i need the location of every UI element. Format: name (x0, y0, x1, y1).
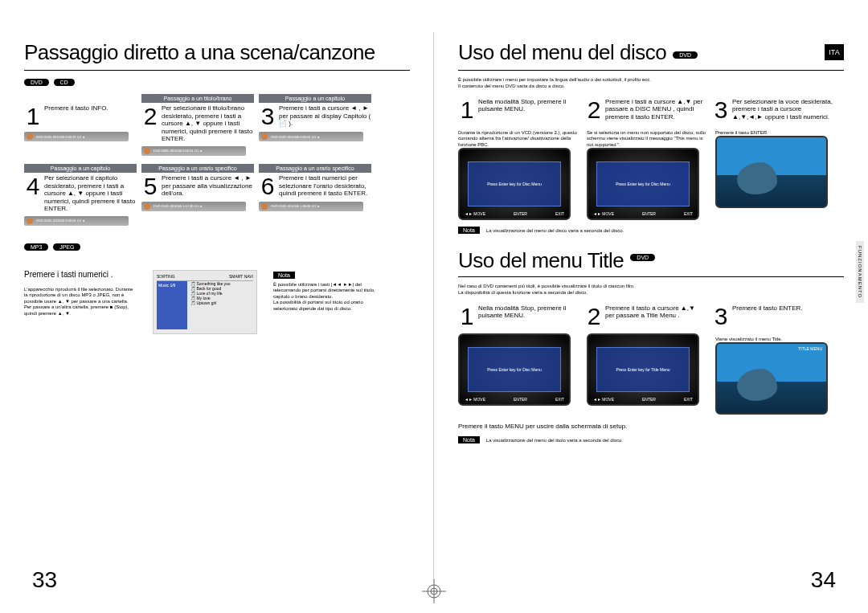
crt-text: Press Enter key for Title Menu (616, 367, 670, 372)
step-text: Premere il tasto a cursore ▲,▼ per passa… (605, 304, 706, 329)
crt-text: Press Enter key for Disc Menu (487, 367, 542, 372)
osd-display: DVD 03/05 001/040 0:00:01 1/1 ► (141, 146, 246, 156)
crt-screen-photo: TITLE MENU (715, 342, 828, 415)
step-header: Passaggio a un capitolo (259, 94, 371, 103)
step-number: 1 (458, 304, 476, 329)
osd-display: DVD 01/05 001/040 0:00:01 1/1 ► (259, 132, 363, 141)
crt-btn: ◄► MOVE (465, 211, 485, 216)
title-menu-figures: Press Enter key for Disc Menu ◄► MOVEENT… (458, 333, 844, 415)
crt-text: Press Enter key for Disc Menu (616, 182, 670, 186)
step-number: 1 (458, 98, 476, 122)
page-34: Uso del menu del disco DVD ITA È possibi… (434, 0, 868, 613)
step-text: Nella modalità Stop, premere il pulsante… (478, 304, 579, 329)
step-header: Passaggio a un orario specifico (259, 164, 371, 173)
dolphin-icon (737, 162, 777, 194)
note-title-menu: Nota La visualizzazione del menu del tit… (458, 436, 844, 443)
step-1: 1 Premere il tasto INFO. DVD 01/05 001/0… (24, 94, 137, 156)
figure-caption: Durante la riproduzione di un VCD (versi… (458, 130, 579, 149)
step-text: Premere i tasti numerici per selezionare… (279, 174, 371, 198)
dolphin-icon (737, 369, 777, 401)
manual-spread: Passaggio diretto a una scena/canzone DV… (0, 0, 868, 613)
mp3-title: Premere i tasti numerici . (24, 270, 137, 279)
nota-text: La visualizzazione del menu del disco va… (486, 228, 624, 233)
page-number: 33 (32, 567, 57, 593)
nota-text: La visualizzazione del menu del titolo v… (486, 438, 623, 443)
step-number: 3 (712, 304, 730, 329)
page-title-left: Passaggio diretto a una scena/canzone (24, 40, 410, 65)
folder-pane: Music 1/9 (157, 281, 187, 329)
osd-display: DVD 01/05 001/040 1:30:00 1/1 ► (259, 202, 363, 211)
step-5: Passaggio a un orario specifico 5 Premer… (141, 164, 254, 226)
folder-label: Music 1/9 (158, 283, 186, 288)
note-disc-menu: Nota La visualizzazione del menu del dis… (458, 227, 844, 234)
crt-btn: EXIT (684, 397, 693, 402)
step-header: Passaggio a un orario specifico (141, 164, 254, 173)
title-rule (24, 70, 410, 71)
badge-mp3: MP3 (24, 243, 48, 251)
osd-display: DVD 01/05 020/040 0:00:01 1/1 ► (24, 216, 129, 226)
step-6: Passaggio a un orario specifico 6 Premer… (259, 164, 371, 226)
figure-caption: Viene visualizzato il menu Title. (715, 337, 836, 343)
badge-dvd: DVD (673, 51, 698, 59)
steps-row-2: Passaggio a un capitolo 4 Per selezionar… (24, 164, 410, 226)
step-number: 2 (585, 304, 603, 329)
screen-sorting: SORTING (157, 274, 175, 279)
format-badges: DVD CD (24, 77, 410, 86)
step-number: 3 (712, 98, 730, 122)
mp3-navigator-screen: SORTING SMART NAVI Music 1/9 🎵 Something… (153, 270, 257, 334)
nota-label: Nota (458, 436, 480, 443)
title-menu-steps: 1 Nella modalità Stop, premere il pulsan… (458, 304, 844, 329)
crt-btn: EXIT (684, 211, 693, 216)
mp3-body: L'apparecchio riprodurrà il file selezio… (24, 287, 137, 317)
badge-jpeg: JPEG (53, 243, 80, 251)
steps-row-1: 1 Premere il tasto INFO. DVD 01/05 001/0… (24, 94, 410, 156)
format-badges-2: MP3 JPEG (24, 242, 410, 251)
step-text: Per selezionare il capitolo desiderato, … (44, 174, 137, 213)
closing-note: Premere il tasto MENU per uscire dalla s… (458, 423, 844, 430)
page-33: Passaggio diretto a una scena/canzone DV… (0, 0, 434, 613)
disc-menu-figures: Durante la riproduzione di un VCD (versi… (458, 127, 844, 221)
intro-text-2: Nel caso di DVD contenenti più titoli, è… (458, 284, 844, 296)
step-number: 4 (24, 174, 42, 213)
crt-btn: EXIT (555, 397, 564, 402)
osd-text: DVD 01/05 001/040 0:00:01 1/1 ► (271, 135, 320, 139)
step-number: 2 (585, 98, 603, 122)
step-2: Passaggio a un titolo/brano 2 Per selezi… (141, 94, 254, 156)
osd-text: DVD 01/05 001/040 1:17:30 1/1 ► (154, 204, 203, 208)
figure-caption: Se si seleziona un menu non supportato d… (587, 130, 707, 149)
nota-text: È possibile utilizzare i tasti |◄◄ ►►| d… (273, 282, 386, 313)
nota-label: Nota (458, 227, 480, 234)
osd-text: DVD 01/05 001/040 1:30:00 1/1 ► (271, 204, 320, 208)
step-text: Premere i tasti a cursore ▲,▼ per passar… (605, 98, 706, 122)
mp3-instructions: Premere i tasti numerici . L'apparecchio… (24, 270, 137, 334)
crt-btn: ENTER (514, 397, 527, 402)
step-header: Passaggio a un titolo/brano (141, 94, 254, 103)
mp3-jpeg-section: Premere i tasti numerici . L'apparecchio… (24, 270, 410, 334)
crt-screen: Press Enter key for Title Menu ◄► MOVEEN… (587, 333, 699, 406)
crt-title-badge: TITLE MENU (798, 346, 822, 351)
crt-btn: ◄► MOVE (465, 397, 485, 402)
crt-btn: ENTER (642, 211, 656, 216)
page-title-right-2: Uso del menu Title (458, 248, 624, 273)
section-tab: FUNZIONAMENTO (856, 241, 864, 303)
figure-caption: Premere il tasto ENTER. (715, 130, 836, 137)
step-number: 2 (141, 104, 159, 143)
step-text: Premere i tasti a cursore ◄ , ► per pass… (162, 174, 254, 198)
step-text: Per selezionare il titolo/brano desidera… (162, 104, 254, 143)
screen-smartnavi: SMART NAVI (229, 274, 253, 279)
crt-text: Press Enter key for Disc Menu (487, 182, 542, 186)
step-4: Passaggio a un capitolo 4 Per selezionar… (24, 164, 137, 226)
osd-display: DVD 01/05 001/040 0:00:37 1/1 ► (24, 132, 129, 141)
step-text: Premere i tasti a cursore ◄ , ► per pass… (279, 104, 371, 129)
disc-menu-steps: 1 Nella modalità Stop, premere il pulsan… (458, 98, 844, 122)
crt-screen: Press Enter key for Disc Menu ◄► MOVEENT… (458, 333, 571, 406)
nota-block-left: Nota È possibile utilizzare i tasti |◄◄ … (273, 270, 386, 334)
crt-btn: ENTER (642, 397, 656, 402)
crt-btn: ENTER (514, 211, 527, 216)
nota-label: Nota (273, 272, 295, 279)
step-text: Premere il tasto INFO. (44, 104, 108, 129)
osd-text: DVD 01/05 001/040 0:00:37 1/1 ► (36, 135, 85, 139)
crt-btn: ◄► MOVE (593, 211, 614, 216)
step-number: 5 (141, 174, 159, 198)
crt-screen-photo (715, 136, 828, 208)
